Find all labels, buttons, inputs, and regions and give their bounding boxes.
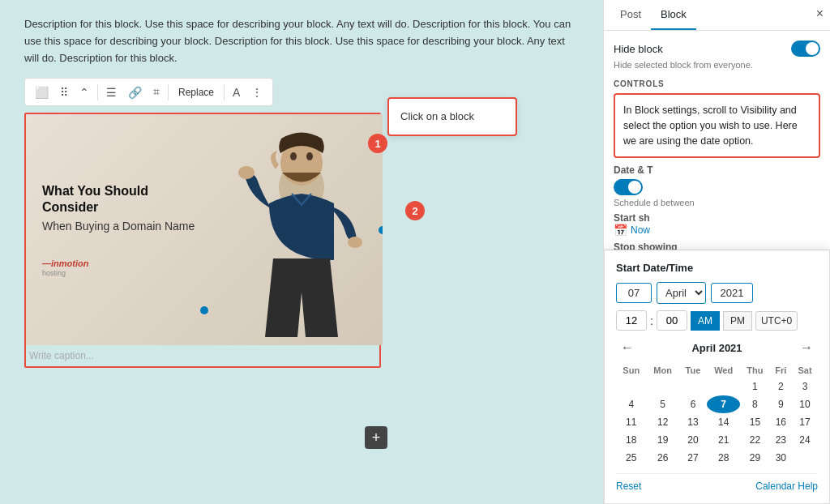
calendar-day-cell[interactable]: 29 — [740, 449, 770, 467]
person-figure — [220, 114, 383, 345]
calendar-day-cell[interactable]: 13 — [679, 413, 707, 431]
calendar-header-row: Sun Mon Tue Wed Thu Fri Sat — [616, 363, 818, 378]
calendar-navigation: ← April 2021 → — [616, 339, 818, 357]
panel-close-button[interactable]: × — [816, 6, 824, 21]
calendar-day-cell[interactable]: 23 — [770, 431, 792, 449]
calendar-day-cell[interactable]: 9 — [770, 395, 792, 413]
calendar-day-cell[interactable]: 25 — [616, 449, 647, 467]
image-block: What You Should Consider When Buying a D… — [26, 114, 383, 345]
calendar-day-cell[interactable]: 10 — [792, 395, 818, 413]
col-wed: Wed — [707, 363, 740, 378]
bottom-block-indicator — [200, 306, 208, 314]
date-control-toggle[interactable] — [614, 179, 643, 195]
next-month-button[interactable]: → — [795, 339, 818, 357]
calendar-day-cell[interactable]: 1 — [740, 378, 770, 395]
svg-point-4 — [238, 166, 255, 179]
image-caption[interactable]: Write caption... — [26, 345, 379, 366]
panel-tabs: Post Block × — [604, 0, 830, 31]
replace-button[interactable]: Replace — [172, 84, 220, 100]
calendar-day-cell[interactable]: 14 — [707, 413, 740, 431]
tooltip-text: In Block settings, scroll to Visibility … — [623, 105, 798, 147]
reset-link[interactable]: Reset — [616, 481, 641, 492]
col-tue: Tue — [679, 363, 707, 378]
calendar-week-row: 252627282930 — [616, 449, 818, 467]
image-text-content: What You Should Consider When Buying a D… — [26, 167, 220, 294]
calendar-day-cell[interactable]: 5 — [647, 395, 679, 413]
calendar-day-cell[interactable]: 4 — [616, 395, 647, 413]
month-select[interactable]: April — [657, 282, 706, 304]
drag-handle-button[interactable]: ⠿ — [55, 83, 73, 102]
add-block-button[interactable]: + — [365, 426, 387, 449]
calendar-day-cell[interactable]: 19 — [647, 431, 679, 449]
callout-text: Click on a block — [400, 110, 474, 122]
hide-block-helper: Hide selected block from everyone. — [614, 60, 820, 70]
image-icon-button[interactable]: ⬜ — [30, 83, 53, 102]
more-options-button[interactable]: ⋮ — [246, 83, 267, 102]
controls-section-label: CONTROLS — [614, 79, 820, 88]
calendar-day-cell[interactable]: 8 — [740, 395, 770, 413]
calendar-help-link[interactable]: Calendar Help — [755, 481, 818, 492]
calendar-day-cell[interactable]: 6 — [679, 395, 707, 413]
calendar-day-cell[interactable]: 7 — [707, 395, 740, 413]
crop-button[interactable]: ⌗ — [148, 82, 165, 102]
brand-logo: —inmotion hosting — [42, 257, 204, 277]
calendar-day-cell[interactable]: 20 — [679, 431, 707, 449]
calendar-day-cell[interactable]: 12 — [647, 413, 679, 431]
calendar-day-cell[interactable]: 24 — [792, 431, 818, 449]
col-thu: Thu — [740, 363, 770, 378]
calendar-day-cell[interactable]: 30 — [770, 449, 792, 467]
calendar-empty-cell — [679, 378, 707, 395]
text-button[interactable]: A — [228, 83, 245, 102]
calendar-week-row: 123 — [616, 378, 818, 395]
calendar-day-cell[interactable]: 28 — [707, 449, 740, 467]
prev-month-button[interactable]: ← — [616, 339, 639, 357]
calendar-body: 1234567891011121314151617181920212223242… — [616, 378, 818, 467]
image-subtitle: When Buying a Domain Name — [42, 220, 204, 233]
toolbar-separator-1 — [97, 84, 98, 100]
day-input[interactable] — [616, 283, 652, 303]
hour-input[interactable] — [616, 310, 647, 331]
calendar-day-cell[interactable]: 3 — [792, 378, 818, 395]
image-title: What You Should Consider — [42, 183, 204, 217]
calendar-popup: Start Date/Time April : AM PM UTC+0 ← Ap… — [604, 250, 830, 504]
year-input[interactable] — [711, 283, 753, 303]
minute-input[interactable] — [657, 310, 687, 331]
image-block-wrapper[interactable]: What You Should Consider When Buying a D… — [24, 113, 381, 368]
right-block-indicator — [379, 226, 383, 234]
link-button[interactable]: 🔗 — [123, 83, 147, 102]
toolbar-separator-2 — [168, 84, 169, 100]
calendar-day-cell[interactable]: 17 — [792, 413, 818, 431]
start-showing-label: Start sh — [614, 212, 820, 224]
align-button[interactable]: ☰ — [101, 83, 122, 102]
hide-block-toggle[interactable] — [791, 41, 820, 57]
start-now-link[interactable]: 📅 Now — [614, 224, 820, 237]
tab-post[interactable]: Post — [610, 0, 651, 30]
calendar-title: Start Date/Time — [616, 262, 818, 274]
editor-area: Description for this block. Use this spa… — [0, 0, 603, 504]
move-arrows-button[interactable]: ⌃ — [75, 83, 94, 102]
tab-block[interactable]: Block — [651, 0, 696, 30]
calendar-day-cell[interactable]: 27 — [679, 449, 707, 467]
calendar-day-cell[interactable]: 22 — [740, 431, 770, 449]
step-2-badge: 2 — [405, 201, 425, 220]
block-toolbar: ⬜ ⠿ ⌃ ☰ 🔗 ⌗ Replace A ⋮ — [24, 78, 273, 106]
brand-sub: hosting — [42, 269, 88, 277]
calendar-day-cell[interactable]: 21 — [707, 431, 740, 449]
calendar-grid: Sun Mon Tue Wed Thu Fri Sat 123456789101… — [616, 363, 818, 467]
calendar-empty-cell — [616, 378, 647, 395]
schedule-helper: Schedule d between — [614, 198, 820, 207]
pm-button[interactable]: PM — [723, 311, 752, 331]
calendar-day-cell[interactable]: 11 — [616, 413, 647, 431]
panel-tooltip: In Block settings, scroll to Visibility … — [614, 93, 820, 158]
am-button[interactable]: AM — [691, 311, 720, 331]
svg-point-2 — [290, 152, 297, 160]
calendar-day-cell[interactable]: 15 — [740, 413, 770, 431]
calendar-empty-cell — [647, 378, 679, 395]
calendar-day-cell[interactable]: 18 — [616, 431, 647, 449]
calendar-day-cell[interactable]: 26 — [647, 449, 679, 467]
calendar-week-row: 11121314151617 — [616, 413, 818, 431]
person-svg — [220, 114, 383, 345]
calendar-day-cell[interactable]: 16 — [770, 413, 792, 431]
calendar-day-cell[interactable]: 2 — [770, 378, 792, 395]
calendar-start-icon: 📅 — [614, 224, 627, 237]
